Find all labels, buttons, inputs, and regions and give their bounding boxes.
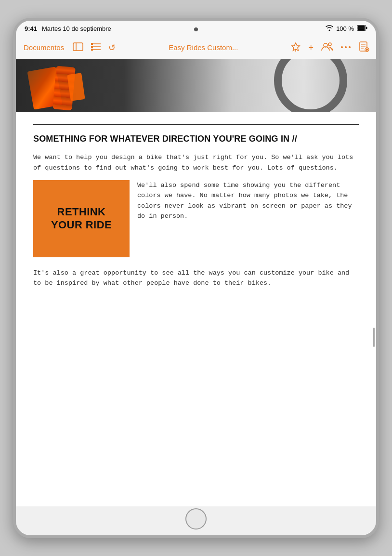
svg-point-14 — [341, 46, 343, 48]
status-icons: 100 % — [326, 25, 367, 32]
svg-point-22 — [366, 49, 368, 51]
document-title: Easy Rides Custom... — [120, 43, 286, 52]
main-content[interactable]: SOMETHING FOR WHATEVER DIRECTION YOU'RE … — [16, 59, 376, 506]
battery-icon — [357, 25, 367, 32]
collab-button[interactable] — [318, 40, 336, 55]
svg-rect-1 — [358, 26, 365, 30]
svg-rect-10 — [91, 49, 93, 51]
list-view-button[interactable] — [88, 41, 104, 54]
document-heading: SOMETHING FOR WHATEVER DIRECTION YOU'RE … — [33, 133, 359, 145]
list-icon — [91, 43, 101, 52]
add-icon: + — [308, 43, 314, 52]
hero-image — [16, 59, 376, 112]
view-doc-icon — [359, 41, 369, 53]
toolbar: Documentos — [16, 36, 376, 59]
pin-button[interactable] — [288, 40, 303, 55]
svg-point-13 — [328, 43, 331, 46]
sidebar-icon — [73, 42, 83, 53]
device-frame: 9:41 Martes 10 de septiembre 100 % — [13, 18, 379, 538]
svg-rect-3 — [73, 43, 83, 51]
scroll-indicator — [373, 328, 375, 347]
svg-rect-9 — [91, 46, 93, 48]
orange-box-text: RETHINK YOUR RIDE — [51, 206, 112, 231]
view-doc-button[interactable] — [356, 40, 372, 55]
undo-button[interactable]: ↺ — [105, 40, 118, 55]
more-button[interactable] — [338, 42, 354, 53]
add-button[interactable]: + — [305, 41, 316, 54]
svg-point-16 — [349, 46, 351, 48]
paragraph-1: We want to help you design a bike that's… — [33, 152, 359, 173]
wifi-icon — [326, 25, 333, 32]
paragraph-3: It's also a great opportunity to see all… — [33, 268, 359, 289]
doc-body: SOMETHING FOR WHATEVER DIRECTION YOU'RE … — [16, 112, 376, 315]
orange-box: RETHINK YOUR RIDE — [33, 180, 130, 257]
status-bar: 9:41 Martes 10 de septiembre 100 % — [16, 21, 376, 36]
sidebar-view-button[interactable] — [70, 40, 86, 54]
svg-rect-8 — [91, 43, 93, 45]
undo-icon: ↺ — [108, 42, 116, 53]
pin-icon — [291, 42, 301, 53]
collab-icon — [321, 42, 333, 53]
more-icon — [340, 44, 351, 51]
status-time: 9:41 — [25, 25, 37, 32]
battery-pct: 100 % — [336, 25, 354, 32]
status-date: Martes 10 de septiembre — [42, 25, 111, 32]
svg-rect-2 — [366, 26, 367, 29]
device-inner: SOMETHING FOR WHATEVER DIRECTION YOU'RE … — [16, 59, 376, 506]
documents-button[interactable]: Documentos — [20, 41, 68, 53]
float-section: RETHINK YOUR RIDE We'll also spend some … — [33, 180, 359, 261]
section-divider — [33, 124, 359, 125]
svg-point-15 — [345, 46, 347, 48]
